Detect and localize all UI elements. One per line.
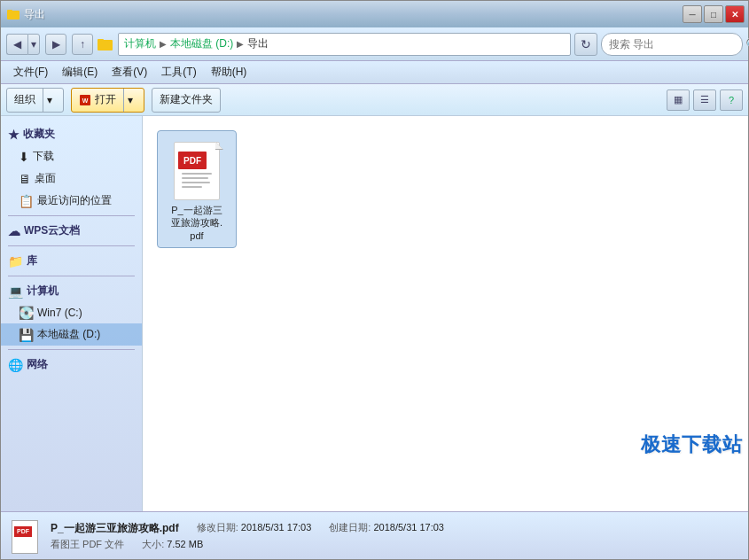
status-modified-value: 2018/5/31 17:03 bbox=[241, 522, 312, 533]
watermark: 极速下载站 bbox=[641, 432, 743, 458]
status-info: P_一起游三亚旅游攻略.pdf 修改日期: 2018/5/31 17:03 创建… bbox=[51, 521, 739, 551]
back-button[interactable]: ◀ bbox=[6, 34, 27, 55]
titlebar: 导出 ─ □ ✕ bbox=[1, 1, 748, 27]
file-item-pdf[interactable]: PDF P_一起游三亚旅游攻略.pdf bbox=[157, 130, 237, 248]
breadcrumb-sep2: ▶ bbox=[237, 39, 244, 49]
sidebar-divider-3 bbox=[8, 276, 135, 276]
sidebar-header-favorites[interactable]: ★ 收藏夹 bbox=[1, 123, 142, 145]
sidebar-section-library: 📁 库 bbox=[1, 250, 142, 272]
main-area: ★ 收藏夹 ⬇ 下载 🖥 桌面 📋 最近访问的位置 bbox=[1, 116, 748, 511]
file-content: PDF P_一起游三亚旅游攻略.pdf 极速下 bbox=[143, 116, 748, 511]
library-icon: 📁 bbox=[8, 254, 23, 268]
status-filename: P_一起游三亚旅游攻略.pdf bbox=[51, 521, 179, 536]
menu-help[interactable]: 帮助(H) bbox=[204, 62, 254, 82]
location-icon bbox=[97, 35, 114, 53]
status-modified: 修改日期: 2018/5/31 17:03 bbox=[197, 521, 312, 536]
download-icon: ⬇ bbox=[19, 150, 29, 164]
view-icon-btn[interactable]: ▦ bbox=[667, 89, 690, 111]
titlebar-left: 导出 bbox=[6, 7, 45, 22]
search-input[interactable] bbox=[609, 38, 742, 51]
sidebar-item-win7[interactable]: 💽 Win7 (C:) bbox=[1, 302, 142, 323]
status-created: 创建日期: 2018/5/31 17:03 bbox=[329, 521, 444, 536]
sidebar-section-favorites: ★ 收藏夹 ⬇ 下载 🖥 桌面 📋 最近访问的位置 bbox=[1, 123, 142, 212]
sidebar-divider-1 bbox=[8, 215, 135, 216]
status-pdf-icon: PDF bbox=[10, 518, 42, 554]
open-dropdown[interactable]: ▾ bbox=[123, 89, 137, 112]
toolbar: 组织 ▾ W 打开 ▾ 新建文件夹 ▦ ☰ ? bbox=[1, 84, 748, 116]
status-modified-label: 修改日期: bbox=[197, 522, 238, 533]
window-icon bbox=[6, 7, 20, 21]
sidebar-item-download[interactable]: ⬇ 下载 bbox=[1, 145, 142, 167]
menu-tools[interactable]: 工具(T) bbox=[154, 62, 203, 82]
new-folder-button[interactable]: 新建文件夹 bbox=[152, 88, 221, 113]
pdf-page-bg: PDF bbox=[174, 142, 220, 200]
search-icon[interactable]: 🔍 bbox=[745, 37, 749, 51]
svg-rect-3 bbox=[98, 39, 104, 43]
sidebar-item-ddrive[interactable]: 💾 本地磁盘 (D:) bbox=[1, 323, 142, 346]
sidebar-library-label: 库 bbox=[27, 253, 37, 268]
minimize-button[interactable]: ─ bbox=[683, 5, 702, 23]
sidebar-item-recent[interactable]: 📋 最近访问的位置 bbox=[1, 190, 142, 212]
refresh-button[interactable]: ↻ bbox=[574, 33, 597, 56]
back-dropdown[interactable]: ▾ bbox=[27, 34, 40, 55]
nav-buttons: ◀ ▾ bbox=[6, 34, 40, 55]
menu-view[interactable]: 查看(V) bbox=[105, 62, 154, 82]
sidebar-wps-label: WPS云文档 bbox=[24, 223, 80, 238]
status-created-label: 创建日期: bbox=[329, 522, 371, 533]
status-pdf-page: PDF bbox=[12, 520, 38, 554]
view-help-btn[interactable]: ? bbox=[720, 89, 743, 111]
menu-edit[interactable]: 编辑(E) bbox=[55, 62, 105, 82]
pdf-lines bbox=[182, 173, 215, 191]
desktop-icon: 🖥 bbox=[19, 172, 31, 186]
sidebar: ★ 收藏夹 ⬇ 下载 🖥 桌面 📋 最近访问的位置 bbox=[1, 116, 143, 511]
open-button[interactable]: W 打开 ▾ bbox=[71, 88, 144, 113]
cloud-icon: ☁ bbox=[8, 224, 20, 238]
breadcrumb-drive[interactable]: 本地磁盘 (D:) bbox=[168, 36, 235, 51]
maximize-button[interactable]: □ bbox=[704, 5, 723, 23]
close-button[interactable]: ✕ bbox=[725, 5, 745, 23]
statusbar: PDF P_一起游三亚旅游攻略.pdf 修改日期: 2018/5/31 17:0… bbox=[1, 511, 748, 559]
view-list-btn[interactable]: ☰ bbox=[693, 89, 716, 111]
sidebar-item-win7-label: Win7 (C:) bbox=[37, 307, 82, 319]
sidebar-header-network[interactable]: 🌐 网络 bbox=[1, 354, 142, 376]
sidebar-header-computer[interactable]: 💻 计算机 bbox=[1, 280, 142, 302]
sidebar-section-wps: ☁ WPS云文档 bbox=[1, 220, 142, 242]
breadcrumb[interactable]: 计算机 ▶ 本地磁盘 (D:) ▶ 导出 bbox=[118, 33, 571, 56]
watermark-text: 极速下载站 bbox=[641, 432, 743, 458]
forward-button[interactable]: ▶ bbox=[45, 34, 66, 55]
organize-button[interactable]: 组织 ▾ bbox=[6, 88, 64, 113]
addressbar: ◀ ▾ ▶ ↑ 计算机 ▶ 本地磁盘 (D:) ▶ 导出 ↻ 🔍 bbox=[1, 27, 748, 61]
explorer-window: 导出 ─ □ ✕ ◀ ▾ ▶ ↑ 计算机 ▶ 本地磁盘 (D:) ▶ 导出 bbox=[0, 0, 749, 560]
status-app: 看图王 PDF 文件 bbox=[51, 538, 124, 551]
status-row-2: 看图王 PDF 文件 大小: 7.52 MB bbox=[51, 538, 739, 551]
search-bar[interactable]: 🔍 bbox=[601, 33, 743, 56]
window-controls: ─ □ ✕ bbox=[683, 5, 745, 23]
svg-text:W: W bbox=[82, 97, 89, 104]
status-size-value: 7.52 MB bbox=[167, 539, 203, 549]
sidebar-computer-label: 计算机 bbox=[27, 284, 59, 299]
computer-icon: 💻 bbox=[8, 284, 23, 299]
open-label: 打开 bbox=[95, 92, 116, 107]
sidebar-section-network: 🌐 网络 bbox=[1, 354, 142, 376]
sidebar-header-library[interactable]: 📁 库 bbox=[1, 250, 142, 272]
sidebar-item-desktop[interactable]: 🖥 桌面 bbox=[1, 167, 142, 190]
sidebar-item-ddrive-label: 本地磁盘 (D:) bbox=[37, 327, 100, 342]
sidebar-divider-2 bbox=[8, 245, 135, 246]
status-pdf-badge: PDF bbox=[14, 526, 32, 537]
sidebar-favorites-label: 收藏夹 bbox=[23, 127, 55, 142]
up-button[interactable]: ↑ bbox=[72, 34, 93, 55]
window-title: 导出 bbox=[24, 7, 45, 22]
network-icon: 🌐 bbox=[8, 358, 23, 372]
sidebar-item-download-label: 下载 bbox=[33, 149, 54, 164]
organize-dropdown[interactable]: ▾ bbox=[43, 89, 56, 112]
pdf-icon: PDF bbox=[170, 136, 223, 200]
status-size: 大小: 7.52 MB bbox=[142, 538, 203, 551]
sidebar-item-desktop-label: 桌面 bbox=[35, 171, 56, 186]
sidebar-header-wps[interactable]: ☁ WPS云文档 bbox=[1, 220, 142, 242]
status-size-label: 大小: bbox=[142, 539, 164, 549]
breadcrumb-computer[interactable]: 计算机 bbox=[122, 36, 158, 51]
cdrive-icon: 💽 bbox=[19, 306, 34, 320]
pdf-badge: PDF bbox=[178, 152, 207, 169]
menu-file[interactable]: 文件(F) bbox=[6, 62, 55, 82]
wps-icon: W bbox=[79, 94, 91, 106]
